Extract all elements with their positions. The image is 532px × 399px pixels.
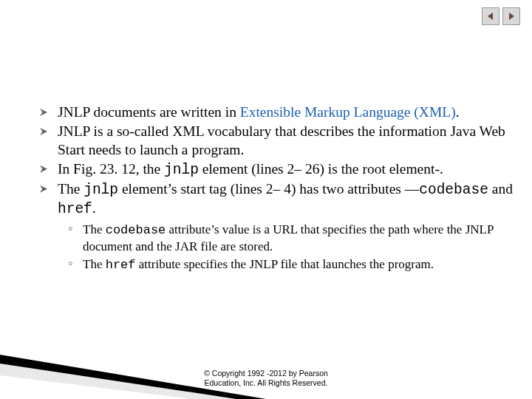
code-jnlp: jnlp	[83, 182, 118, 198]
list-item: In Fig. 23. 12, the jnlp element (lines …	[35, 160, 517, 180]
text: The	[58, 181, 83, 197]
text: The	[83, 222, 106, 236]
text: attribute specifies the JNLP file that l…	[136, 257, 434, 271]
text: In Fig. 23. 12, the	[58, 161, 164, 177]
svg-marker-1	[509, 13, 514, 20]
sub-bullet-list: The codebase attribute’s value is a URL …	[66, 222, 517, 273]
text: JNLP is a so-called XML vocabulary that …	[58, 123, 505, 157]
code-href: href	[106, 258, 136, 272]
list-item: The href attribute specifies the JNLP fi…	[66, 256, 517, 273]
triangle-right-icon	[507, 12, 516, 21]
code-codebase: codebase	[106, 223, 166, 237]
text: and	[488, 181, 513, 197]
prev-slide-button[interactable]	[482, 7, 499, 25]
footer-line2: Education, Inc. All Rights Reserved.	[0, 378, 532, 389]
list-item: The codebase attribute’s value is a URL …	[66, 222, 517, 256]
triangle-left-icon	[486, 12, 495, 21]
text: JNLP documents are written in	[58, 104, 240, 120]
text: The	[83, 257, 106, 271]
text: .	[456, 104, 460, 120]
text: element’s start tag (lines 2– 4) has two…	[118, 181, 419, 197]
footer-line1: © Copyright 1992 -2012 by Pearson	[0, 369, 532, 379]
slide-content: JNLP documents are written in Extensible…	[35, 103, 517, 274]
next-slide-button[interactable]	[502, 7, 520, 25]
code-href: href	[58, 201, 92, 217]
copyright-footer: © Copyright 1992 -2012 by Pearson Educat…	[0, 369, 532, 389]
list-item: JNLP is a so-called XML vocabulary that …	[35, 123, 517, 160]
list-item: JNLP documents are written in Extensible…	[35, 103, 517, 122]
list-item: The jnlp element’s start tag (lines 2– 4…	[35, 180, 517, 273]
code-codebase: codebase	[419, 182, 488, 198]
svg-marker-0	[488, 13, 493, 20]
code-jnlp: jnlp	[164, 162, 199, 178]
main-bullet-list: JNLP documents are written in Extensible…	[35, 103, 517, 273]
nav-buttons	[482, 7, 520, 25]
xml-link[interactable]: Extensible Markup Language (XML)	[240, 104, 456, 120]
text: element (lines 2– 26) is the root elemen…	[199, 161, 443, 177]
text: .	[92, 200, 96, 216]
